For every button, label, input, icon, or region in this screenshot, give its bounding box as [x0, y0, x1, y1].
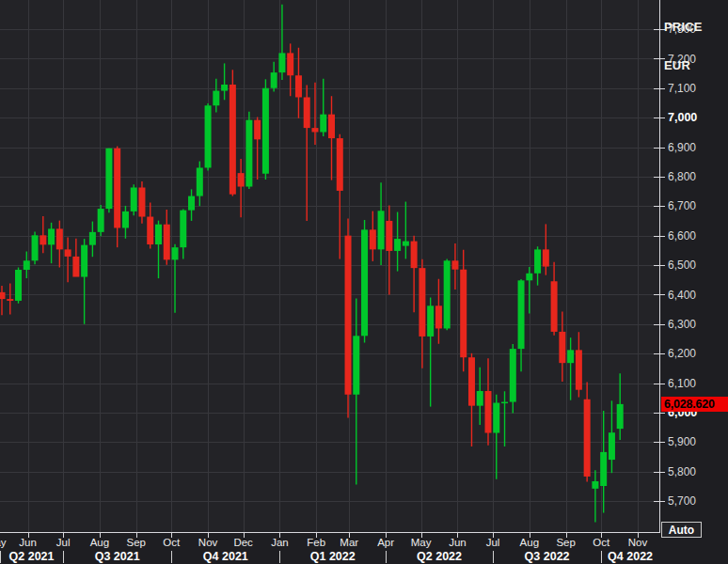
x-month-label: Jan — [271, 537, 289, 548]
y-tick-label: 6,900 — [668, 141, 696, 154]
candle-body — [48, 228, 55, 244]
x-month-label: Aug — [90, 537, 109, 548]
candle-body — [510, 349, 516, 401]
candle-body — [370, 229, 376, 249]
candle-body — [40, 235, 46, 244]
candle-body — [419, 268, 425, 337]
candle-body — [238, 173, 245, 186]
x-quarter-label: Q3 2022 — [525, 550, 570, 563]
candle[interactable] — [32, 232, 39, 265]
candle-body — [609, 432, 615, 460]
candle-body — [15, 270, 22, 301]
candle[interactable] — [131, 184, 137, 215]
y-tick-label: 6,100 — [668, 377, 696, 390]
y-tick-label: 6,400 — [668, 289, 696, 302]
candle-body — [468, 357, 475, 405]
candle[interactable] — [245, 112, 252, 189]
y-tick-label: 6,700 — [668, 199, 696, 212]
candle-body — [164, 225, 170, 260]
candle-body — [229, 85, 236, 195]
candle-body — [122, 212, 129, 228]
x-quarter-label: Q4 2021 — [203, 550, 248, 563]
candle[interactable] — [98, 205, 104, 236]
candle-body — [72, 257, 79, 277]
candle-body — [386, 221, 392, 251]
auto-scale-button[interactable]: Auto — [661, 522, 702, 538]
candle-body — [493, 403, 499, 433]
candle-body — [617, 404, 624, 429]
x-month-label: Dec — [233, 537, 253, 548]
candle-body — [328, 115, 335, 138]
candle-body — [271, 72, 277, 88]
candle-body — [311, 128, 318, 132]
candle[interactable] — [205, 103, 212, 171]
candlestick-chart[interactable]: 7,3007,2007,1007,0006,9006,8006,7006,600… — [0, 0, 728, 564]
x-quarter-label: Q2 2021 — [9, 550, 55, 563]
candle-body — [484, 391, 491, 433]
candle-body — [559, 332, 565, 363]
candle-body — [600, 452, 607, 486]
candle-body — [477, 391, 483, 406]
candle-body — [353, 336, 359, 394]
candle-body — [98, 209, 104, 232]
x-axis-labels: MayJunJulAugSepOctNovDecJanFebMarAprMayJ… — [0, 533, 647, 548]
candle[interactable] — [444, 258, 451, 330]
candle[interactable] — [15, 268, 22, 304]
candle-body — [451, 260, 458, 269]
x-month-label: May — [0, 537, 7, 548]
y-tick-label: 6,500 — [668, 258, 696, 272]
candle-body — [147, 217, 153, 244]
candle-body — [0, 292, 6, 299]
candle[interactable] — [229, 70, 236, 196]
candle-body — [24, 260, 30, 270]
candle-body — [89, 232, 96, 245]
candle-body — [262, 88, 269, 174]
candle-body — [435, 306, 442, 328]
candle-body — [378, 211, 385, 249]
candle[interactable] — [262, 79, 269, 180]
candle-body — [320, 115, 326, 133]
candle-body — [584, 400, 591, 477]
candle-body — [197, 167, 203, 196]
x-month-label: Nov — [198, 537, 218, 548]
candle-body — [131, 187, 137, 211]
x-month-label: Jun — [449, 537, 467, 548]
candle[interactable] — [105, 149, 112, 212]
candle-body — [81, 245, 87, 277]
candle-body — [526, 274, 532, 281]
candle-body — [221, 85, 228, 91]
candle-body — [567, 350, 574, 363]
axis-title-line1: PRICE — [664, 21, 703, 34]
candle-body — [592, 481, 598, 489]
candle-body — [543, 249, 549, 266]
candle-body — [337, 138, 343, 191]
quarter-row: Q2 2021Q3 2021Q4 2021Q1 2022Q2 2022Q3 20… — [1, 550, 654, 564]
candle-body — [32, 235, 39, 260]
candle-body — [411, 242, 418, 269]
x-month-label: Aug — [520, 537, 539, 548]
y-tick-label: 5,800 — [668, 465, 696, 478]
candle-body — [213, 91, 219, 106]
x-month-label: Oct — [163, 537, 181, 548]
x-quarter-label: Q2 2022 — [417, 550, 462, 563]
candle-body — [501, 402, 508, 404]
x-month-label: Jun — [19, 537, 37, 548]
candle-body — [7, 299, 13, 301]
candle-body — [138, 187, 145, 216]
candle-body — [551, 281, 558, 332]
candle[interactable] — [345, 218, 352, 417]
y-tick-label: 6,200 — [668, 347, 696, 360]
x-month-label: Apr — [377, 537, 394, 548]
candle-body — [295, 75, 302, 97]
candle-body — [180, 211, 186, 248]
candle-body — [254, 120, 261, 140]
candle[interactable] — [361, 220, 368, 343]
y-tick-label: 5,700 — [668, 494, 696, 508]
y-tick-label: 6,800 — [668, 170, 696, 183]
y-tick-label: 7,000 — [668, 111, 697, 124]
candle-body — [460, 270, 467, 357]
x-month-label: Feb — [307, 537, 325, 548]
candle-body — [427, 306, 434, 337]
x-month-label: Sep — [556, 537, 575, 548]
x-month-label: May — [411, 537, 432, 548]
